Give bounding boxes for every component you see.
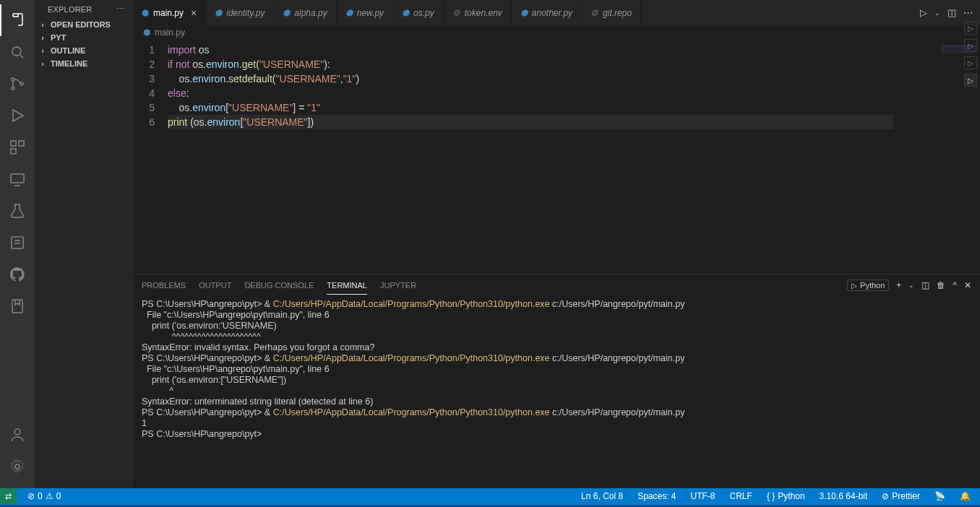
panel-tab-debug-console[interactable]: DEBUG CONSOLE	[244, 277, 314, 294]
python-icon: ⬢	[215, 8, 222, 18]
status-feedback-icon[interactable]: 📡	[931, 488, 949, 504]
svg-rect-9	[12, 300, 22, 313]
tab-label: alpha.py	[294, 8, 327, 18]
terminal-line: 1	[142, 418, 971, 429]
breadcrumb-file: main.py	[155, 27, 185, 38]
tab-identity-py[interactable]: ⬢identity.py	[206, 0, 274, 25]
status-indent[interactable]: Spaces: 4	[634, 488, 679, 504]
terminal-line: print ('os.environ:["USERNAME"])	[142, 375, 971, 386]
status-bell-icon[interactable]: 🔔	[956, 488, 974, 504]
tab-label: another.py	[532, 8, 572, 18]
tab-main-py[interactable]: ⬢main.py×	[133, 0, 206, 25]
section-timeline[interactable]: ›TIMELINE	[35, 57, 133, 70]
github-icon[interactable]	[0, 259, 35, 290]
terminal-line: PS C:\Users\HP\angrepo\pyt> & C:/Users/H…	[142, 353, 971, 364]
panel-tab-problems[interactable]: PROBLEMS	[142, 277, 186, 294]
terminal-output[interactable]: PS C:\Users\HP\angrepo\pyt> & C:/Users/H…	[133, 296, 980, 488]
status-bar: ⇄ ⊘0⚠0 Ln 6, Col 8 Spaces: 4 UTF-8 CRLF …	[0, 488, 980, 504]
python-icon: ⬢	[520, 8, 528, 18]
kill-terminal-icon[interactable]: 🗑	[937, 280, 945, 290]
tab-more-icon[interactable]: ⋯	[963, 7, 973, 18]
gear-icon: ⚙	[590, 8, 598, 18]
svg-rect-8	[12, 237, 23, 248]
close-panel-icon[interactable]: ✕	[964, 280, 971, 290]
svg-point-1	[12, 78, 14, 81]
split-terminal-icon[interactable]: ◫	[921, 280, 929, 290]
search-icon[interactable]	[0, 36, 35, 68]
settings-gear-icon[interactable]	[0, 451, 35, 482]
sidebar: EXPLORER ⋯ ›OPEN EDITORS ›PYT ›OUTLINE ›…	[35, 0, 133, 488]
accounts-icon[interactable]	[0, 419, 35, 451]
run-debug-icon[interactable]	[0, 100, 35, 131]
split-editor-icon[interactable]: ◫	[947, 7, 956, 18]
python-icon: ⬢	[143, 27, 150, 38]
close-icon[interactable]: ×	[191, 7, 197, 19]
maximize-panel-icon[interactable]: ^	[953, 280, 957, 290]
status-prettier[interactable]: ⊘Prettier	[878, 488, 924, 504]
panel-tab-jupyter[interactable]: JUPYTER	[380, 277, 416, 294]
svg-point-2	[12, 87, 14, 90]
tab-label: git.repo	[603, 8, 632, 18]
svg-point-10	[14, 429, 20, 435]
terminal-line: SyntaxError: invalid syntax. Perhaps you…	[142, 342, 971, 353]
sidebar-title: EXPLORER ⋯	[35, 0, 133, 18]
status-problems[interactable]: ⊘0⚠0	[24, 488, 64, 504]
terminal-dropdown-icon[interactable]: ⌄	[908, 282, 914, 289]
terminal-tab-3[interactable]: ▷	[964, 56, 977, 69]
bookmark-icon[interactable]	[0, 290, 35, 322]
terminal-tab-1[interactable]: ▷	[964, 22, 977, 35]
run-button-icon[interactable]: ▷	[920, 7, 927, 18]
terminal-line: PS C:\Users\HP\angrepo\pyt>	[142, 429, 971, 440]
terminal-tab-4[interactable]: ▷	[964, 74, 977, 87]
terminal-line: ^	[142, 386, 971, 396]
svg-rect-7	[11, 174, 24, 183]
tab-alpha-py[interactable]: ⬢alpha.py	[274, 0, 336, 25]
status-interpreter[interactable]: 3.10.6 64-bit	[816, 488, 872, 504]
remote-explorer-icon[interactable]	[0, 163, 35, 195]
svg-rect-5	[19, 141, 24, 146]
breadcrumb[interactable]: ⬢ main.py	[133, 25, 980, 41]
python-icon: ⬢	[142, 8, 149, 18]
terminal-line: PS C:\Users\HP\angrepo\pyt> & C:/Users/H…	[142, 299, 971, 310]
section-open-editors[interactable]: ›OPEN EDITORS	[35, 18, 133, 31]
extensions-icon[interactable]	[0, 131, 35, 163]
status-cursor[interactable]: Ln 6, Col 8	[577, 488, 627, 504]
windows-taskbar	[0, 504, 980, 507]
svg-point-0	[12, 47, 21, 56]
python-icon: ⬢	[283, 8, 290, 18]
panel-tab-terminal[interactable]: TERMINAL	[327, 277, 367, 295]
terminal-line: File "c:\Users\HP\angrepo\pyt\main.py", …	[142, 364, 971, 375]
terminal-tab-2[interactable]: ▷	[964, 39, 977, 52]
svg-point-11	[15, 464, 20, 469]
tab-label: main.py	[153, 8, 184, 18]
panel-tab-output[interactable]: OUTPUT	[199, 277, 231, 294]
remote-indicator[interactable]: ⇄	[0, 488, 17, 504]
references-icon[interactable]	[0, 227, 35, 259]
run-dropdown-icon[interactable]: ⌄	[934, 9, 940, 17]
tab-new-py[interactable]: ⬢new.py	[337, 0, 393, 25]
status-language[interactable]: { }Python	[763, 488, 809, 504]
svg-rect-6	[11, 149, 16, 154]
tab-another-py[interactable]: ⬢another.py	[512, 0, 582, 25]
explorer-icon[interactable]	[0, 4, 35, 36]
python-icon: ⬢	[402, 8, 409, 18]
testing-icon[interactable]	[0, 195, 35, 227]
tab-label: token.env	[465, 8, 502, 18]
code-editor[interactable]: 123456 import osif not os.environ.get("U…	[133, 41, 980, 274]
section-pyt[interactable]: ›PYT	[35, 31, 133, 44]
terminal-shell-select[interactable]: ▷Python	[847, 280, 889, 291]
new-terminal-icon[interactable]: +	[896, 280, 901, 290]
section-outline[interactable]: ›OUTLINE	[35, 44, 133, 57]
sidebar-more-icon[interactable]: ⋯	[116, 4, 124, 14]
terminal-side-icons: ▷ ▷ ▷ ▷	[964, 22, 977, 87]
terminal-line: ^^^^^^^^^^^^^^^^^^^^^	[142, 332, 971, 342]
tab-git-repo[interactable]: ⚙git.repo	[582, 0, 641, 25]
status-encoding[interactable]: UTF-8	[687, 488, 719, 504]
tab-os-py[interactable]: ⬢os.py	[393, 0, 444, 25]
tab-token-env[interactable]: ⚙token.env	[444, 0, 512, 25]
bottom-panel: PROBLEMSOUTPUTDEBUG CONSOLETERMINALJUPYT…	[133, 274, 980, 488]
terminal-line: SyntaxError: unterminated string literal…	[142, 396, 971, 407]
source-control-icon[interactable]	[0, 68, 35, 100]
status-eol[interactable]: CRLF	[726, 488, 756, 504]
tab-label: new.py	[357, 8, 384, 18]
